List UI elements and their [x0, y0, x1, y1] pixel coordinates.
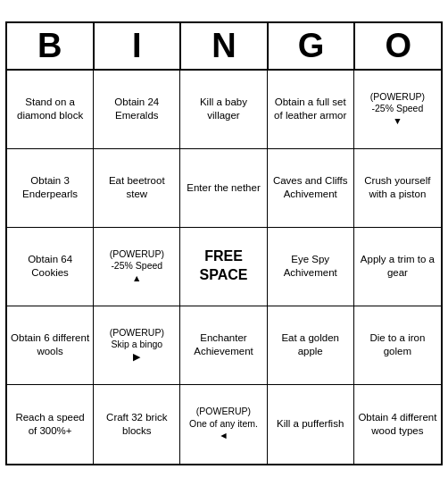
bingo-cell-5: Obtain 3 Enderpearls — [7, 149, 94, 228]
cell-text-5: Obtain 3 Enderpearls — [11, 174, 89, 201]
bingo-cell-0: Stand on a diamond block — [7, 71, 94, 149]
cell-text-13: Eye Spy Achivement — [271, 253, 350, 280]
cell-text-8: Caves and Cliffs Achivement — [271, 174, 350, 201]
bingo-cell-10: Obtain 64 Cookies — [7, 228, 94, 306]
bingo-cell-24: Obtain 4 different wood types — [354, 385, 441, 464]
cell-text-22: (POWERUP) One of any item. ◄ — [189, 406, 258, 442]
bingo-cell-19: Die to a iron golem — [354, 306, 441, 385]
header-letter-b: B — [7, 23, 95, 69]
cell-text-19: Die to a iron golem — [358, 331, 437, 358]
cell-text-16: (POWERUP) Skip a bingo ▶ — [110, 327, 164, 364]
cell-text-1: Obtain 24 Emeralds — [97, 96, 176, 122]
header-letter-o: O — [355, 23, 441, 69]
cell-text-6: Eat beetroot stew — [97, 174, 176, 201]
bingo-card: BINGO Stand on a diamond blockObtain 24 … — [5, 21, 443, 465]
bingo-cell-17: Enchanter Achievement — [180, 306, 267, 385]
bingo-cell-12: FREE SPACE — [180, 228, 267, 306]
cell-text-17: Enchanter Achievement — [184, 331, 262, 358]
cell-text-0: Stand on a diamond block — [11, 96, 89, 122]
header-letter-i: I — [95, 23, 182, 69]
bingo-cell-16: (POWERUP) Skip a bingo ▶ — [94, 306, 180, 385]
cell-text-10: Obtain 64 Cookies — [11, 253, 89, 280]
cell-text-24: Obtain 4 different wood types — [358, 411, 437, 438]
cell-text-3: Obtain a full set of leather armor — [271, 96, 350, 122]
bingo-cell-13: Eye Spy Achivement — [268, 228, 354, 306]
cell-text-4: (POWERUP) -25% Speed ▼ — [370, 91, 425, 128]
cell-text-23: Kill a pufferfish — [277, 417, 344, 431]
header-letter-g: G — [269, 23, 356, 69]
bingo-cell-2: Kill a baby villager — [180, 71, 267, 149]
header-letter-n: N — [181, 23, 269, 69]
bingo-cell-11: (POWERUP) -25% Speed ▲ — [94, 228, 180, 306]
cell-text-7: Enter the nether — [187, 181, 260, 195]
bingo-cell-1: Obtain 24 Emeralds — [94, 71, 180, 149]
bingo-header: BINGO — [7, 23, 441, 71]
cell-text-12: FREE SPACE — [184, 247, 262, 285]
bingo-cell-3: Obtain a full set of leather armor — [268, 71, 354, 149]
bingo-grid: Stand on a diamond blockObtain 24 Emeral… — [7, 71, 441, 464]
bingo-cell-18: Eat a golden apple — [268, 306, 354, 385]
cell-text-2: Kill a baby villager — [184, 96, 262, 122]
bingo-cell-21: Craft 32 brick blocks — [94, 385, 180, 464]
bingo-cell-15: Obtain 6 different wools — [7, 306, 94, 385]
cell-text-15: Obtain 6 different wools — [11, 331, 89, 358]
cell-text-20: Reach a speed of 300%+ — [11, 411, 89, 438]
bingo-cell-9: Crush yourself with a piston — [354, 149, 441, 228]
bingo-cell-23: Kill a pufferfish — [268, 385, 354, 464]
bingo-cell-14: Apply a trim to a gear — [354, 228, 441, 306]
cell-text-9: Crush yourself with a piston — [358, 174, 437, 201]
bingo-cell-4: (POWERUP) -25% Speed ▼ — [354, 71, 441, 149]
bingo-cell-22: (POWERUP) One of any item. ◄ — [180, 385, 267, 464]
bingo-cell-7: Enter the nether — [180, 149, 267, 228]
bingo-cell-8: Caves and Cliffs Achivement — [268, 149, 354, 228]
cell-text-14: Apply a trim to a gear — [358, 253, 437, 280]
cell-text-18: Eat a golden apple — [271, 331, 350, 358]
bingo-cell-20: Reach a speed of 300%+ — [7, 385, 94, 464]
bingo-cell-6: Eat beetroot stew — [94, 149, 180, 228]
cell-text-21: Craft 32 brick blocks — [97, 411, 176, 438]
cell-text-11: (POWERUP) -25% Speed ▲ — [110, 248, 164, 285]
